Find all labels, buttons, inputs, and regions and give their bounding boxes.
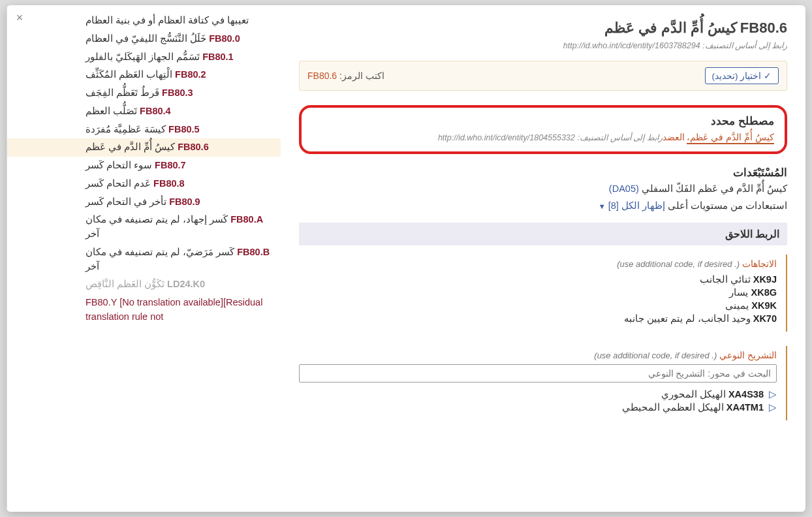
code-entry-value: FB80.6	[307, 70, 337, 81]
foundation-label: رابط إلى أساس التصنيف:	[702, 41, 787, 50]
nav-item[interactable]: FB80.B كَسر مَرَضيّ، لم يتم تصنيفه في مك…	[7, 243, 281, 276]
nav-item[interactable]: FB80.8 عَدم التحام كَسر	[7, 175, 281, 193]
nav-item[interactable]: FB80.3 فَرطُ تَعَظُّم الفِجَف	[7, 84, 281, 102]
nav-item[interactable]: FB80.5 كيسَة عَظمِيَّة مُفرَدة	[7, 121, 281, 139]
chevron-down-icon[interactable]: ▼	[599, 202, 606, 210]
foundation-uri[interactable]: http://id.who.int/icd/entity/1603788294	[563, 41, 700, 50]
nav-item[interactable]: FB80.4 تَصَلُّب العظم	[7, 102, 281, 121]
axis-item[interactable]: ▷ XA4S38 الهيكل المحوري	[299, 388, 777, 401]
axis-title: الاتجاهات (. use additional code, if des…	[299, 258, 777, 269]
modal-dialog: × تعيبها في كتافة العظام أو في بنية العظ…	[7, 5, 805, 512]
nav-item[interactable]: FB80.0 خَلَلُ التَّنَسُّج الليفيّ في الع…	[7, 30, 281, 48]
axis-item-code: XK9J	[753, 274, 777, 285]
showall-label: استبعادات من مستويات أعلى	[668, 200, 787, 211]
foundation-uri-row: رابط إلى أساس التصنيف: http://id.who.int…	[299, 40, 787, 50]
exclusion-text: كيسُ أُمِّ الدَّم في عَظم الفَكّ السفلي	[642, 183, 787, 194]
nav-label: تَسَمُّم الجهاز الهَيكَليّ بالفلور	[86, 52, 202, 62]
axis-name: الاتجاهات	[742, 258, 777, 269]
nav-label: سوء التحام كَسر	[86, 160, 155, 170]
nav-code: LD24.K0	[167, 279, 205, 289]
nav-code: FB80.1	[202, 52, 234, 62]
nav-code: FB80.5	[168, 124, 200, 134]
axis-item-code: XK70	[753, 313, 777, 324]
expand-icon[interactable]: ▷	[769, 402, 777, 413]
axis-item-code: XK9K	[751, 300, 777, 311]
nav-label: تعيبها في كتافة العظام أو في بنية العظام	[86, 15, 249, 25]
nav-code: FB80.3	[162, 87, 193, 98]
nav-item[interactable]: FB80.2 الْتِهاب العَظم المُكَثِّف	[7, 66, 281, 84]
nav-code: FB80.2	[175, 69, 206, 80]
axis-item-code: XK8G	[751, 287, 777, 298]
code-select-bar: ✓ اختيار (تحديد) اكتب الرمز: FB80.6	[299, 61, 787, 91]
nav-code: FB80.A	[230, 214, 263, 225]
nav-item[interactable]: FB80.A كَسر إجهاد، لم يتم تصنيفه في مكان…	[7, 211, 281, 243]
select-button[interactable]: ✓ اختيار (تحديد)	[705, 67, 779, 84]
nav-code: FB80.B	[237, 247, 270, 257]
axis-title: التشريح النوعي (. use additional code, i…	[299, 350, 777, 360]
nav-label: عَدم التحام كَسر	[86, 178, 153, 189]
axis-item-label: وحيد الجانب، لم يتم تعيين جانبه	[624, 313, 751, 324]
exclusions-heading: المُسْتَبْعَدات	[299, 166, 787, 180]
matched-term-highlight: مصطلح محدد كيسُ أُمِّ الدَّم في عَظم، ال…	[299, 105, 787, 154]
matched-term-heading: مصطلح محدد	[312, 114, 774, 128]
axis-item[interactable]: ▷ XA4TM1 الهيكل العظمي المحيطي	[299, 401, 777, 414]
nav-label: كيسُ أُمِّ الدَّم في عَظم	[86, 142, 178, 152]
nav-label: خَلَلُ التَّنَسُّج الليفيّ في العظام	[86, 33, 209, 44]
axis-item[interactable]: XK9J ثنائي الجانب	[299, 273, 777, 286]
matched-term-uri[interactable]: http://id.who.int/icd/entity/1804555332	[438, 133, 575, 142]
axis-note: (. use additional code, if desired)	[594, 351, 717, 360]
exclusion-code-link[interactable]: (DA05)	[609, 183, 639, 194]
page-title: FB80.6 كيسُ أُمِّ الدَّم في عَظم	[299, 20, 787, 37]
axis-item-code: XA4S38	[728, 389, 764, 400]
exclusions-block: المُسْتَبْعَدات كيسُ أُمِّ الدَّم في عَظ…	[299, 166, 787, 211]
nav-label: تَصَلُّب العظم	[86, 106, 140, 116]
axis-item-code: XA4TM1	[726, 402, 764, 413]
nav-code: FB80.8	[153, 178, 185, 189]
nav-label: تَكَوُّن العَظم النَّاقِص	[86, 279, 167, 289]
nav-item[interactable]: تعيبها في كتافة العظام أو في بنية العظام	[7, 12, 281, 30]
nav-code: FB80.0	[209, 33, 240, 44]
axis-anatomy: التشريح النوعي (. use additional code, i…	[299, 346, 787, 420]
nav-label: كَسر إجهاد، لم يتم تصنيفه في مكان آخر	[86, 214, 230, 239]
nav-item[interactable]: FB80.6 كيسُ أُمِّ الدَّم في عَظم	[7, 138, 281, 157]
nav-label: تأخر في التحام كَسر	[86, 196, 169, 207]
exclusions-showall: استبعادات من مستويات أعلى إظهار الكل [8]…	[299, 200, 787, 211]
nav-label: الْتِهاب العَظم المُكَثِّف	[86, 69, 175, 80]
matched-term-foundation-label: رابط إلى أساس التصنيف:	[578, 133, 663, 142]
matched-term-extra: العضد	[663, 132, 685, 142]
nav-item[interactable]: FB80.7 سوء التحام كَسر	[7, 157, 281, 175]
title-code: FB80.6	[740, 20, 787, 36]
axis-item[interactable]: XK70 وحيد الجانب، لم يتم تعيين جانبه	[299, 312, 777, 325]
axis-item[interactable]: XK8G يسار	[299, 286, 777, 299]
axis-item-label: الهيكل العظمي المحيطي	[622, 402, 724, 413]
nav-item[interactable]: FB80.9 تأخر في التحام كَسر	[7, 193, 281, 212]
matched-term-line: كيسُ أُمِّ الدَّم في عَظم، العضدرابط إلى…	[312, 132, 774, 142]
nav-item[interactable]: FB80.1 تَسَمُّم الجهاز الهَيكَليّ بالفلو…	[7, 48, 281, 67]
exclusion-item: كيسُ أُمِّ الدَّم في عَظم الفَكّ السفلي …	[299, 183, 787, 194]
title-text: كيسُ أُمِّ الدَّم في عَظم	[604, 20, 737, 36]
axis-name: التشريح النوعي	[719, 350, 777, 360]
axis-item-label: يسار	[729, 287, 748, 298]
axis-laterality: الاتجاهات (. use additional code, if des…	[299, 255, 787, 332]
main-content: FB80.6 كيسُ أُمِّ الدَّم في عَظم رابط إل…	[281, 5, 805, 512]
nav-code: FB80.Y	[86, 297, 117, 307]
expand-icon[interactable]: ▷	[769, 389, 777, 400]
matched-term-text: كيسُ أُمِّ الدَّم في عَظم،	[687, 132, 774, 144]
postcoordination-heading: الربط اللاحق	[299, 223, 787, 245]
axis-search-input[interactable]	[299, 364, 777, 383]
nav-code: FB80.6	[178, 142, 209, 152]
showall-link[interactable]: إظهار الكل [8]	[608, 200, 665, 211]
axis-item-label: الهيكل المحوري	[661, 389, 726, 400]
nav-code: FB80.9	[169, 196, 200, 207]
nav-list: تعيبها في كتافة العظام أو في بنية العظام…	[7, 9, 281, 329]
nav-label: فَرطُ تَعَظُّم الفِجَف	[86, 87, 162, 98]
hierarchy-sidebar[interactable]: تعيبها في كتافة العظام أو في بنية العظام…	[7, 5, 281, 512]
axis-item[interactable]: XK9K يمينى	[299, 299, 777, 312]
code-entry: اكتب الرمز: FB80.6	[307, 70, 384, 81]
axis-item-label: ثنائي الجانب	[700, 274, 751, 285]
nav-item[interactable]: LD24.K0 تَكَوُّن العَظم النَّاقِص	[7, 275, 281, 294]
close-icon[interactable]: ×	[13, 12, 26, 25]
nav-item[interactable]: FB80.Y [No translation available][Residu…	[7, 294, 281, 326]
nav-code: FB80.7	[155, 160, 186, 170]
axis-item-label: يمينى	[725, 300, 749, 311]
